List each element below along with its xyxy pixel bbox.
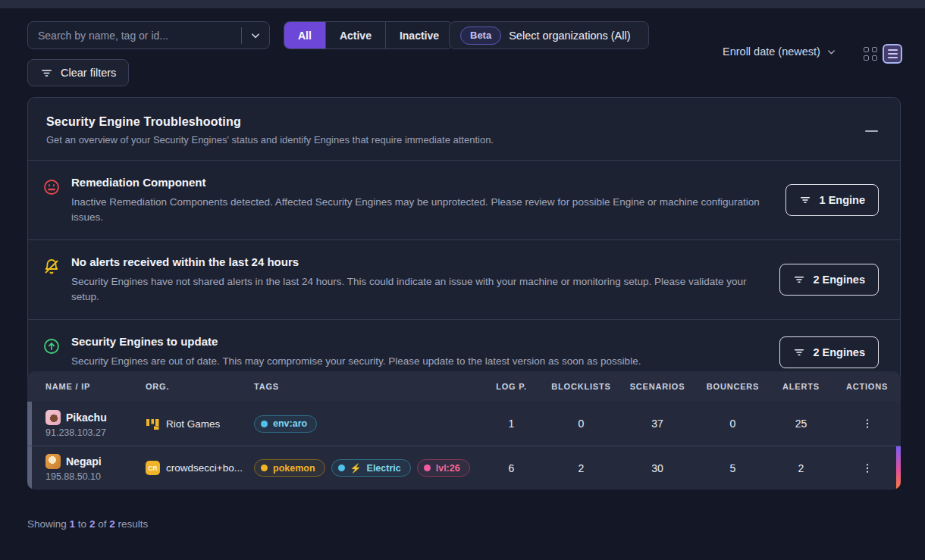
col-blocklists: BLOCKLISTS — [544, 382, 618, 391]
engine-avatar — [45, 410, 61, 425]
table-row[interactable]: Pikachu 91.238.103.27 Riot Games env:aro… — [27, 402, 901, 446]
alerts-value: 2 — [769, 462, 833, 474]
tag-dot — [424, 465, 431, 471]
kebab-menu-icon — [861, 462, 873, 474]
blocklists-value: 0 — [544, 418, 618, 430]
tag-dot — [261, 465, 268, 471]
tab-all[interactable]: All — [284, 22, 326, 48]
blocklists-value: 2 — [544, 462, 618, 474]
summary-from: 1 — [70, 518, 76, 530]
alert-remediation-component: Remediation Component Inactive Remediati… — [28, 160, 900, 239]
search-options-button[interactable] — [242, 30, 269, 41]
summary-total: 2 — [109, 518, 115, 530]
tag-pill: pokemon — [254, 459, 325, 477]
summary-text: of — [98, 518, 106, 530]
sad-face-icon — [42, 178, 61, 196]
bouncers-value: 5 — [697, 462, 769, 474]
engine-count-label: 2 Engines — [814, 274, 866, 286]
col-alerts: ALERTS — [769, 382, 833, 391]
engine-ip: 91.238.103.27 — [45, 427, 146, 438]
summary-text: to — [78, 518, 86, 530]
org-name: crowdsecci+bo... — [166, 462, 243, 474]
table-row[interactable]: Negapi 195.88.50.10 CR crowdsecci+bo... … — [27, 446, 901, 490]
summary-to: 2 — [89, 518, 96, 530]
filter-engines-button[interactable]: 2 Engines — [779, 264, 880, 296]
troubleshooting-header: Security Engine Troubleshooting Get an o… — [28, 98, 900, 160]
log-p-value: 1 — [478, 418, 544, 430]
clear-filters-button[interactable]: Clear filters — [27, 59, 129, 86]
col-scenarios: SCENARIOS — [618, 382, 697, 391]
top-accent-bar — [0, 0, 925, 8]
tag-pill: ⚡ Electric — [331, 459, 411, 477]
alert-description: Inactive Remediation Components detected… — [71, 195, 763, 224]
organizations-selector-label: Select organizations (All) — [509, 30, 630, 42]
search-box — [27, 21, 270, 49]
engines-dashboard: All Active Inactive Beta Select organiza… — [0, 0, 925, 560]
kebab-menu-icon — [861, 418, 873, 430]
tag-label: pokemon — [273, 463, 315, 474]
tab-active[interactable]: Active — [326, 22, 386, 48]
sort-label: Enroll date (newest) — [723, 45, 820, 58]
row-actions-menu[interactable] — [833, 418, 901, 430]
org-badge: CR — [146, 461, 160, 475]
tag-label: env:aro — [273, 418, 307, 429]
bell-off-icon — [42, 258, 61, 276]
minus-icon — [865, 130, 878, 133]
collapse-panel-button[interactable] — [865, 126, 879, 136]
col-bouncers: BOUNCERS — [697, 382, 769, 391]
engines-table: NAME / IP ORG. TAGS LOG P. BLOCKLISTS SC… — [27, 371, 901, 490]
riot-games-logo — [146, 417, 160, 431]
panel-subtitle: Get an overview of your Security Engines… — [46, 134, 879, 145]
filter-icon — [793, 274, 805, 286]
beta-badge: Beta — [460, 27, 501, 45]
tag-dot — [261, 421, 268, 427]
list-view-icon[interactable] — [883, 44, 902, 64]
alerts-value: 25 — [769, 418, 833, 430]
engine-count-label: 1 Engine — [820, 194, 865, 206]
alert-title: No alerts received within the last 24 ho… — [71, 255, 763, 268]
col-org: ORG. — [146, 382, 254, 391]
engine-name: Pikachu — [66, 411, 107, 424]
grid-view-icon[interactable] — [864, 47, 877, 61]
tag-label: lvl:26 — [436, 463, 460, 474]
summary-text: results — [118, 518, 148, 530]
filter-icon — [799, 194, 811, 206]
tag-pill: env:aro — [254, 415, 317, 433]
panel-title: Security Engine Troubleshooting — [46, 115, 879, 129]
alert-no-alerts-24h: No alerts received within the last 24 ho… — [28, 239, 900, 319]
row-actions-menu[interactable] — [833, 462, 901, 474]
table-header: NAME / IP ORG. TAGS LOG P. BLOCKLISTS SC… — [27, 371, 901, 402]
tag-dot — [338, 465, 345, 471]
filter-engines-button[interactable]: 1 Engine — [785, 184, 879, 216]
results-summary: Showing 1 to 2 of 2 results — [27, 518, 148, 530]
tag-pill: lvl:26 — [417, 459, 470, 477]
col-log-p: LOG P. — [478, 382, 544, 391]
chevron-down-icon — [826, 47, 836, 57]
clear-filters-label: Clear filters — [61, 67, 116, 79]
lightning-bolt-icon: ⚡ — [350, 463, 362, 474]
engine-name: Negapi — [66, 455, 102, 468]
alert-title: Remediation Component — [71, 176, 763, 189]
status-filter-tabs: All Active Inactive — [284, 21, 453, 49]
log-p-value: 6 — [478, 462, 544, 474]
tab-inactive[interactable]: Inactive — [386, 22, 453, 48]
alert-description: Security Engines have not shared alerts … — [71, 274, 763, 304]
col-tags: TAGS — [254, 382, 478, 391]
bouncers-value: 0 — [697, 418, 769, 430]
search-input[interactable] — [28, 30, 241, 42]
sort-dropdown[interactable]: Enroll date (newest) — [723, 45, 836, 58]
summary-text: Showing — [27, 518, 67, 530]
scenarios-value: 30 — [618, 462, 697, 474]
filter-engines-button[interactable]: 2 Engines — [779, 336, 880, 368]
filter-icon — [793, 346, 805, 358]
organizations-selector[interactable]: Beta Select organizations (All) — [449, 21, 649, 49]
col-actions: ACTIONS — [833, 382, 901, 391]
scenarios-value: 37 — [618, 418, 697, 430]
arrow-up-circle-icon — [42, 337, 61, 355]
troubleshooting-panel: Security Engine Troubleshooting Get an o… — [27, 97, 901, 385]
engine-avatar — [45, 454, 61, 469]
org-name: Riot Games — [166, 418, 220, 430]
alert-title: Security Engines to update — [71, 335, 763, 348]
filter-icon — [40, 67, 53, 80]
tag-label: Electric — [367, 463, 401, 474]
